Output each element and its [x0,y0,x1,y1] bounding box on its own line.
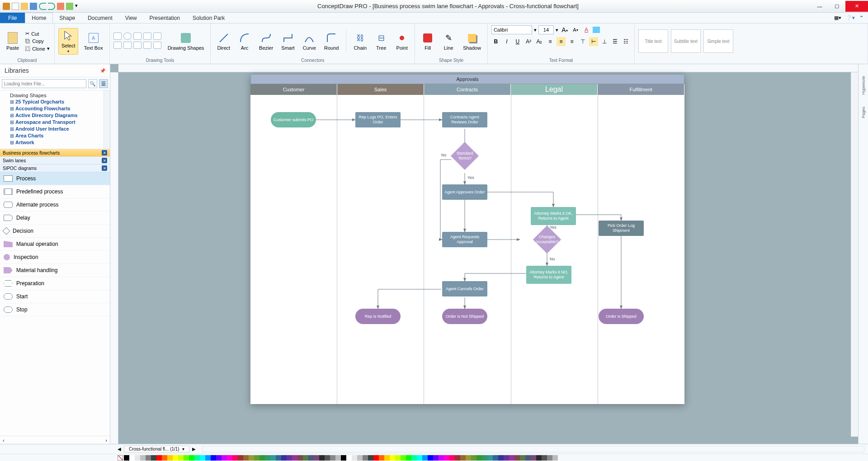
tree-accounting[interactable]: ⊞ Accounting Flowcharts [1,105,109,112]
color-swatch[interactable] [325,455,330,461]
subscript-button[interactable]: A₂ [535,37,544,46]
style-simple[interactable]: Simple text [703,29,733,53]
pages-tab[interactable]: Pages [860,104,867,121]
color-swatch[interactable] [487,455,493,461]
shape-material[interactable]: Material handling [0,264,110,277]
color-swatch[interactable] [357,455,363,461]
poly-tool[interactable] [153,33,161,40]
node-repnot[interactable]: Rep is Notified [355,309,401,324]
hypernote-tab[interactable]: Hypernote [860,73,867,98]
lane-fulfillment[interactable]: Fulfillment [598,84,684,95]
line-button[interactable]: ✎Line [439,31,458,52]
color-swatch[interactable] [395,455,401,461]
drawing-page[interactable]: Approvals Customer Sales Contracts Legal… [250,74,684,404]
conn-arc[interactable]: Arc [236,31,254,52]
redo-icon[interactable] [48,3,55,10]
lane-customer[interactable]: Customer [250,84,337,95]
color-swatch[interactable] [401,455,406,461]
color-swatch[interactable] [411,455,417,461]
color-swatch[interactable] [249,455,254,461]
conn-curve[interactable]: Curve [300,31,319,52]
cut-button[interactable]: ✂Cut [24,30,51,37]
tree-button[interactable]: ⊟Tree [372,31,390,52]
color-swatch[interactable] [232,455,238,461]
color-swatch[interactable] [514,455,520,461]
color-swatch[interactable] [227,455,232,461]
color-swatch[interactable] [151,455,156,461]
shape-alternate[interactable]: Alternate process [0,198,110,212]
swimlane-title[interactable]: Approvals [250,74,684,84]
color-swatch[interactable] [200,455,205,461]
node-notship[interactable]: Order is Not Shipped [442,309,487,324]
shape-preparation[interactable]: Preparation [0,277,110,290]
node-reqapp[interactable]: Agent Requests Approval [442,232,487,247]
undo-icon[interactable] [39,3,46,10]
color-swatch[interactable] [194,455,200,461]
font-color-button[interactable]: A [582,25,591,34]
color-swatch[interactable] [276,455,281,461]
align-top-button[interactable]: ⊤ [578,37,587,46]
libraries-tree[interactable]: Drawing Shapes ⊞ 25 Typical Orgcharts ⊞ … [0,90,110,149]
shape-tab[interactable]: Shape [53,13,81,23]
qat-extra1-icon[interactable] [57,3,64,10]
color-swatch[interactable] [444,455,449,461]
color-swatch[interactable] [498,455,504,461]
color-swatch[interactable] [162,455,167,461]
style-subtitle[interactable]: Subtitle text [671,29,701,53]
text-box-button[interactable]: A Text Box [81,31,105,52]
align-center-button[interactable]: ≡ [557,37,566,46]
color-swatch[interactable] [439,455,444,461]
color-swatch[interactable] [303,455,308,461]
bullets-button[interactable]: ☰ [611,37,620,46]
libtab-business-process[interactable]: Business process flowcharts✕ [0,149,110,157]
align-left-button[interactable]: ≡ [546,37,555,46]
tree-orgcharts[interactable]: ⊞ 25 Typical Orgcharts [1,99,109,105]
color-swatch[interactable] [525,455,531,461]
line-tool[interactable] [133,33,142,40]
color-swatch[interactable] [352,455,357,461]
numbering-button[interactable]: ☷ [622,37,631,46]
node-review[interactable]: Contracts Agent Reviews Order [442,112,487,127]
node-start[interactable]: Customer submits PO [271,112,316,127]
color-swatch[interactable] [520,455,525,461]
color-swatch[interactable] [156,455,162,461]
chain-button[interactable]: ⛓Chain [351,31,369,52]
color-swatch[interactable] [471,455,476,461]
align-right-button[interactable]: ≡ [567,37,576,46]
shadow-button[interactable]: Shadow [460,31,484,52]
libraries-search-input[interactable] [2,79,86,88]
lane-sales[interactable]: Sales [337,84,424,95]
color-swatch[interactable] [417,455,422,461]
color-swatch[interactable] [422,455,428,461]
color-swatch[interactable] [243,455,249,461]
color-swatch[interactable] [476,455,482,461]
close-libtab-icon[interactable]: ✕ [102,150,107,155]
point-button[interactable]: Point [393,31,411,52]
tree-scrollbar[interactable] [104,90,110,149]
shape-start[interactable]: Start [0,290,110,303]
file-tab[interactable]: File [0,13,25,23]
conn-bezier[interactable]: Bezier [256,31,276,52]
color-swatch[interactable] [308,455,314,461]
page-tab[interactable]: Cross-functional fl... (1/1)▾ [124,446,189,452]
color-swatch[interactable] [346,455,352,461]
tree-area[interactable]: ⊞ Area Charts [1,132,109,139]
rect-tool[interactable] [113,33,122,40]
curve-tool[interactable] [143,33,151,40]
color-swatch[interactable] [547,455,552,461]
align-middle-button[interactable]: ⊢ [589,37,598,46]
paste-button[interactable]: Paste [4,31,22,52]
tool-8[interactable] [133,42,142,49]
conn-round[interactable]: Round [321,31,341,52]
color-swatch[interactable] [460,455,466,461]
prev-page-icon[interactable]: ◀ [118,447,121,452]
home-tab[interactable]: Home [25,13,53,23]
color-swatch[interactable] [297,455,303,461]
color-swatch[interactable] [552,455,558,461]
color-swatch[interactable] [173,455,178,461]
color-swatch[interactable] [216,455,222,461]
color-swatch[interactable] [531,455,536,461]
color-swatch[interactable] [259,455,265,461]
font-size-select[interactable] [538,25,554,34]
color-swatch[interactable] [265,455,270,461]
